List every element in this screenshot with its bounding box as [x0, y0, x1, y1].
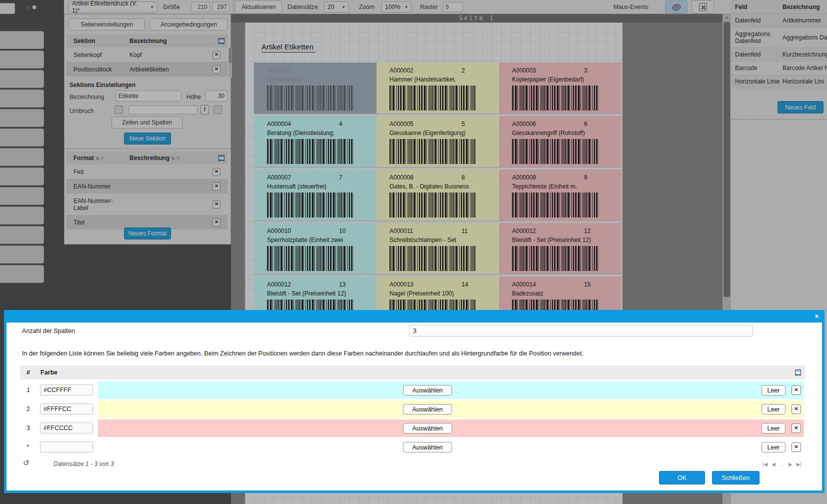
color-hex-input[interactable]: [40, 404, 93, 414]
auswaehlen-button[interactable]: Auswählen: [403, 442, 452, 452]
row-number: 1: [26, 386, 30, 394]
export-table-icon[interactable]: [795, 370, 801, 376]
color-table-header: # Farbe: [20, 366, 805, 380]
delete-icon[interactable]: ✕: [792, 386, 801, 395]
delete-icon[interactable]: ✕: [792, 442, 801, 452]
schliessen-button[interactable]: Schließen: [712, 471, 760, 484]
color-hex-input[interactable]: [40, 442, 93, 452]
leer-button[interactable]: Leer: [762, 423, 786, 434]
col-number: #: [26, 369, 30, 376]
row-number: 2: [26, 406, 30, 412]
pagination-controls: |◀◀…▶▶|: [716, 462, 802, 467]
pager-icon[interactable]: ▶|: [796, 462, 802, 467]
pager-icon[interactable]: …: [780, 462, 784, 467]
dialog-titlebar: x: [4, 310, 824, 322]
close-icon[interactable]: x: [815, 312, 818, 320]
reload-icon[interactable]: ↺: [23, 458, 30, 468]
leer-button[interactable]: Leer: [762, 385, 786, 396]
pager-icon[interactable]: ◀: [772, 462, 776, 467]
columns-colors-dialog: x Anzahl der Spalten In der folgenden Li…: [4, 310, 824, 493]
dialog-description: In der folgenden Liste können Sie belieb…: [22, 350, 792, 357]
row-number: 3: [26, 424, 30, 432]
column-count-input[interactable]: [409, 325, 753, 336]
column-count-label: Anzahl der Spalten: [22, 328, 75, 334]
color-hex-input[interactable]: [40, 422, 93, 434]
auswaehlen-button[interactable]: Auswählen: [403, 423, 452, 434]
color-row: 3 Auswählen Leer ✕: [20, 420, 810, 437]
delete-icon[interactable]: ✕: [792, 404, 801, 414]
row-number: *: [26, 444, 29, 450]
delete-icon[interactable]: ✕: [792, 424, 801, 433]
leer-button[interactable]: Leer: [762, 442, 786, 452]
auswaehlen-button[interactable]: Auswählen: [403, 385, 452, 396]
color-row: * Auswählen Leer ✕: [20, 438, 810, 456]
dialog-body: Anzahl der Spalten In der folgenden List…: [4, 322, 824, 493]
leer-button[interactable]: Leer: [762, 404, 786, 414]
col-farbe: Farbe: [40, 369, 58, 376]
color-row: 2 Auswählen Leer ✕: [20, 400, 810, 418]
records-status-text: Datensätze 1 - 3 von 3: [54, 460, 114, 468]
app-root: Artikel Etikettendruck (V. 1)* ▼ Größe A…: [0, 0, 827, 504]
pager-icon[interactable]: |◀: [762, 462, 768, 467]
ok-button[interactable]: OK: [659, 471, 705, 484]
color-row: 1 Auswählen Leer ✕: [20, 382, 810, 399]
auswaehlen-button[interactable]: Auswählen: [403, 404, 452, 414]
color-hex-input[interactable]: [40, 384, 93, 396]
pager-icon[interactable]: ▶: [788, 462, 792, 467]
